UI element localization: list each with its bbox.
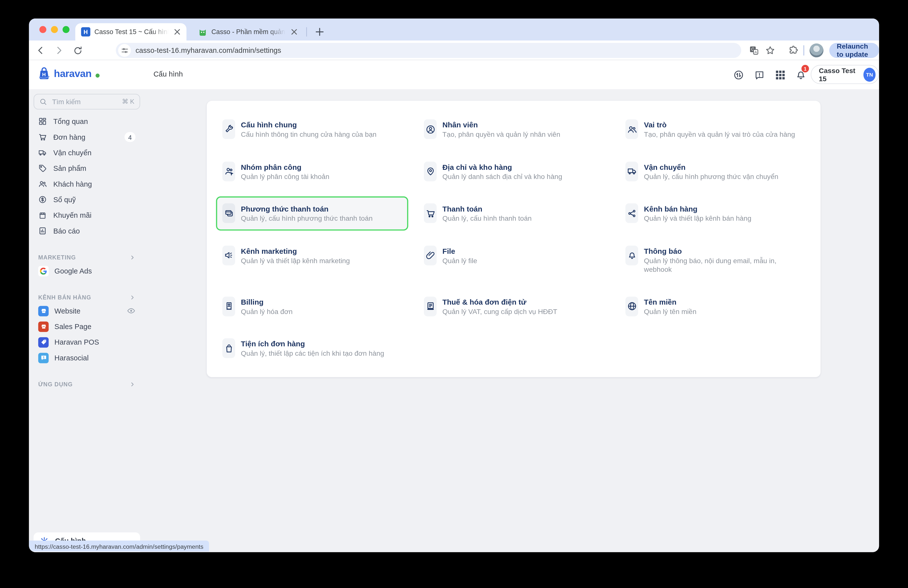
settings-grid: Cấu hình chungCấu hình thông tin chung c…	[216, 112, 811, 365]
settings-item-phuong-thuc-thanh-toan[interactable]: Phương thức thanh toánQuản lý, cấu hình …	[216, 197, 408, 230]
sidebar-item-khuyen-mai[interactable]: Khuyến mãi	[34, 207, 140, 223]
settings-item-billing[interactable]: BillingQuản lý hóa đơn	[216, 289, 408, 323]
new-tab-button[interactable]	[312, 25, 327, 39]
settings-item-cau-hinh-chung[interactable]: Cấu hình chungCấu hình thông tin chung c…	[216, 112, 408, 146]
settings-item-kenh-ban-hang[interactable]: Kênh bán hàngQuản lý và thiết lập kênh b…	[619, 197, 811, 230]
notifications-bell-icon[interactable]: 1	[794, 68, 808, 82]
browser-profile-avatar[interactable]	[810, 43, 823, 57]
page-title: Cấu hình	[153, 70, 183, 78]
reload-icon[interactable]	[71, 43, 84, 57]
window-controls	[39, 26, 69, 33]
svg-text:H: H	[42, 72, 46, 77]
settings-item-thue-hoa-don[interactable]: Thuế & hóa đơn điện tửQuản lý VAT, cung …	[417, 289, 610, 323]
tab-strip: H Casso Test 15 ~ Cấu hình ~ H Casso - P…	[29, 19, 879, 40]
url-bar[interactable]: casso-test-16.myharavan.com/admin/settin…	[116, 43, 741, 58]
cash-icon	[38, 195, 48, 205]
pos-tag-icon	[38, 337, 48, 347]
sidebar-item-harasocial[interactable]: Harasocial	[34, 350, 140, 366]
sidebar-item-bao-cao[interactable]: Báo cáo	[34, 223, 140, 239]
screen: H Casso Test 15 ~ Cấu hình ~ H Casso - P…	[0, 0, 908, 588]
sidebar-section-marketing[interactable]: MARKETING	[34, 251, 140, 263]
svg-text:A: A	[755, 50, 757, 54]
google-g-icon	[38, 266, 48, 276]
close-tab-icon[interactable]	[172, 27, 182, 37]
tab-casso[interactable]: Casso - Phần mềm quản lý dò	[192, 23, 303, 40]
sidebar-nav: Tổng quan Đơn hàng 4 Vận chuyển Sản phẩm	[34, 114, 140, 390]
back-icon[interactable]	[34, 43, 47, 57]
sidebar-item-don-hang[interactable]: Đơn hàng 4	[34, 129, 140, 145]
settings-item-ten-mien[interactable]: Tên miềnQuản lý tên miền	[619, 289, 811, 323]
tag-icon	[38, 164, 48, 173]
sidebar-section-kenh-ban-hang[interactable]: KÊNH BÁN HÀNG	[34, 292, 140, 303]
search-icon	[39, 98, 47, 106]
location-icon	[424, 161, 437, 181]
bag-icon	[222, 338, 235, 358]
casso-favicon	[198, 27, 208, 37]
store-red-icon	[38, 321, 48, 332]
zoom-window-button[interactable]	[63, 26, 69, 33]
sidebar-item-khach-hang[interactable]: Khách hàng	[34, 176, 140, 192]
url-text[interactable]: casso-test-16.myharavan.com/admin/settin…	[135, 47, 281, 55]
megaphone-icon	[222, 245, 235, 265]
settings-item-nhom-phan-cong[interactable]: Nhóm phân côngQuản lý phân công tài khoả…	[216, 154, 408, 188]
truck-icon	[625, 161, 638, 181]
settings-item-vai-tro[interactable]: Vai tròTạo, phân quyền và quản lý vai tr…	[619, 112, 811, 146]
browser-window: H Casso Test 15 ~ Cấu hình ~ H Casso - P…	[29, 19, 879, 552]
search-input[interactable]	[51, 97, 118, 106]
account-avatar: TN	[864, 68, 876, 81]
tab-haravan-settings[interactable]: H Casso Test 15 ~ Cấu hình ~ H	[75, 23, 187, 40]
feedback-icon[interactable]	[752, 68, 766, 82]
translate-icon[interactable]: GA	[747, 43, 761, 57]
apps-grid-icon[interactable]	[773, 68, 787, 82]
toolbar-divider	[803, 45, 804, 56]
sync-icon[interactable]	[731, 68, 745, 82]
roles-icon	[625, 119, 638, 139]
sidebar-search[interactable]: ⌘ K	[34, 94, 140, 110]
sidebar-item-website[interactable]: Website	[34, 303, 140, 319]
globe-icon	[625, 296, 638, 316]
haravan-logo[interactable]: H haravan	[37, 66, 100, 81]
notification-badge: 1	[802, 65, 809, 72]
sidebar-item-so-quy[interactable]: Sổ quỹ	[34, 192, 140, 207]
sidebar-item-tong-quan[interactable]: Tổng quan	[34, 114, 140, 129]
settings-item-file[interactable]: FileQuản lý file	[417, 238, 610, 282]
store-blue-icon	[38, 306, 48, 316]
truck-icon	[38, 148, 48, 158]
billing-icon	[222, 296, 235, 316]
sidebar-item-san-pham[interactable]: Sản phẩm	[34, 161, 140, 176]
settings-item-nhan-vien[interactable]: Nhân viênTạo, phân quyền và quản lý nhân…	[417, 112, 610, 146]
site-settings-icon[interactable]	[118, 44, 131, 57]
relaunch-button[interactable]: Relaunch to update	[829, 43, 879, 58]
invoice-icon	[424, 296, 437, 316]
sidebar-item-haravan-pos[interactable]: Haravan POS	[34, 334, 140, 350]
settings-item-dia-chi-kho-hang[interactable]: Địa chỉ và kho hàngQuản lý danh sách địa…	[417, 154, 610, 188]
chat-icon	[38, 353, 48, 363]
report-icon	[38, 226, 48, 235]
bookmark-star-icon[interactable]	[763, 43, 777, 57]
sidebar-item-sales-page[interactable]: Sales Page	[34, 319, 140, 334]
account-menu[interactable]: Casso Test 15 TN	[811, 65, 879, 84]
sidebar-item-google-ads[interactable]: Google Ads	[34, 263, 140, 279]
sidebar: ⌘ K Tổng quan Đơn hàng 4 Vận chuyển	[29, 89, 145, 552]
search-shortcut: ⌘ K	[122, 98, 134, 106]
forward-icon[interactable]	[52, 43, 66, 57]
close-window-button[interactable]	[39, 26, 47, 33]
browser-toolbar: casso-test-16.myharavan.com/admin/settin…	[29, 40, 879, 60]
tab-title: Casso - Phần mềm quản lý dò	[211, 28, 285, 35]
payment-icon	[222, 203, 235, 223]
settings-item-thong-bao[interactable]: Thông báoQuản lý thông báo, nội dung ema…	[619, 238, 811, 282]
minimize-window-button[interactable]	[51, 26, 58, 33]
dashboard-icon	[38, 117, 48, 126]
sidebar-item-van-chuyen[interactable]: Vận chuyển	[34, 145, 140, 161]
sidebar-section-ung-dung[interactable]: ỨNG DỤNG	[34, 379, 140, 390]
settings-item-tien-ich-don-hang[interactable]: Tiện ích đơn hàngQuản lý, thiết lập các …	[216, 331, 408, 365]
close-tab-icon[interactable]	[290, 27, 299, 37]
eye-icon[interactable]	[127, 306, 135, 315]
settings-item-kenh-marketing[interactable]: Kênh marketingQuản lý và thiết lập kênh …	[216, 238, 408, 282]
settings-item-van-chuyen[interactable]: Vận chuyểnQuản lý, cấu hình phương thức …	[619, 154, 811, 188]
haravan-bag-icon: H	[37, 66, 52, 81]
settings-item-thanh-toan[interactable]: Thanh toánQuản lý, cấu hình thanh toán	[417, 197, 610, 230]
chevron-right-icon	[129, 381, 135, 387]
chevron-right-icon	[129, 294, 135, 300]
extensions-puzzle-icon[interactable]	[786, 43, 800, 57]
